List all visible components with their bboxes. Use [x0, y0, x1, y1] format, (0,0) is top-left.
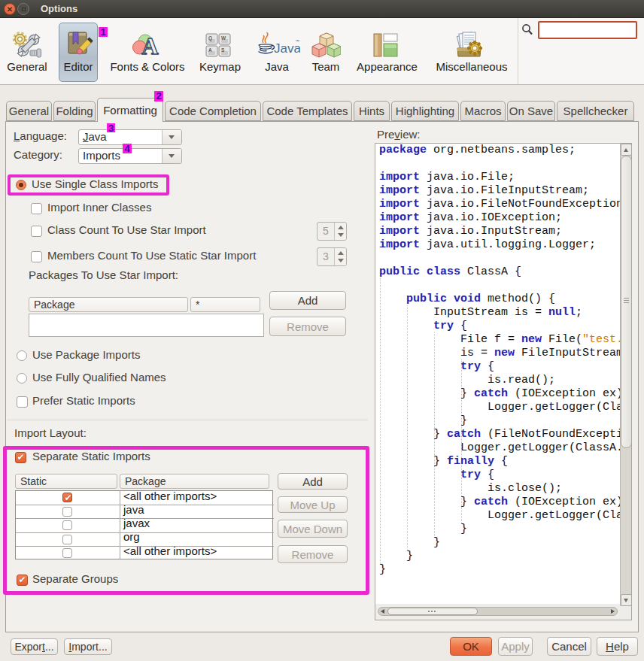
svg-text:W: W [221, 35, 226, 41]
svg-text:A: A [141, 33, 159, 57]
svg-text:A: A [208, 47, 212, 53]
svg-text:Q: Q [208, 35, 212, 41]
svg-text:S: S [221, 47, 225, 53]
svg-text:™: ™ [295, 39, 299, 44]
